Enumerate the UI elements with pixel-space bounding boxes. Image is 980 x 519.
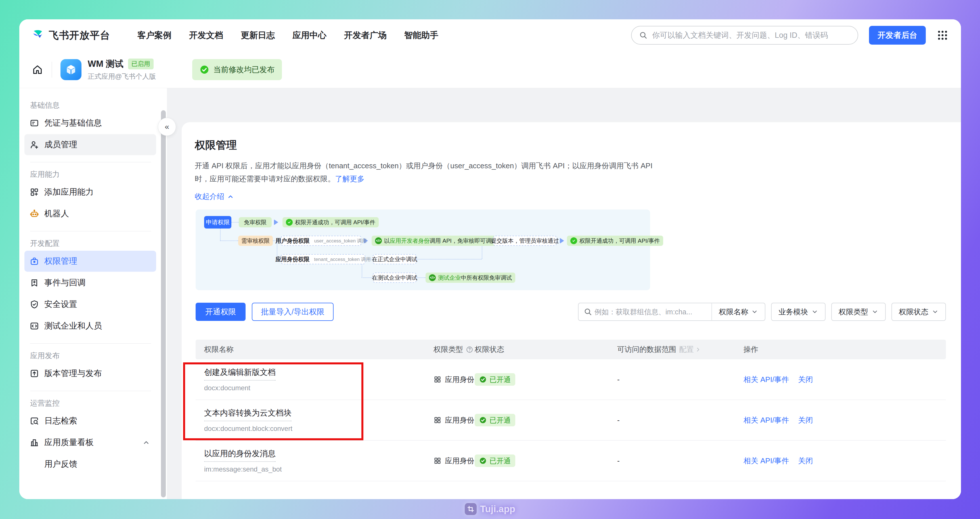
sidebar-item-test-enterprise[interactable]: 测试企业和人员 [24,316,156,337]
table-row: 以应用的身份发消息 im:message:send_as_bot 应用身份 [196,441,946,481]
sidebar-item-log-search[interactable]: 日志检索 [24,410,156,431]
module-filter-dropdown[interactable]: 业务模块 [771,303,826,321]
check-circle-icon [286,219,293,226]
description-text: 开通 API 权限后，应用才能以应用身份（tenant_access_token… [195,161,652,183]
connector [231,222,239,222]
help-circle-icon[interactable] [466,346,473,353]
permission-code: docx:document.block:convert [204,425,433,433]
dropdown-label: 权限状态 [899,307,928,317]
col-header-label: 权限类型 [433,345,463,355]
permission-name[interactable]: 以应用的身份发消息 [204,448,276,462]
col-header-actions: 操作 [743,345,946,355]
divider [30,391,151,391]
permission-flow-diagram: 申请权限 免审权限 权限开通成功，可调用 API/事件 需审核权限 用户身份权限… [196,209,650,290]
scope-config-link[interactable]: 配置 [679,345,701,355]
type-filter-dropdown[interactable]: 权限类型 [831,303,886,321]
related-api-link[interactable]: 相关 API/事件 [743,415,789,425]
permission-type-label: 应用身份 [445,456,474,466]
flow-node-dev-debug: </> 以应用开发者身份调用 API，免审核即可调试 [372,236,501,246]
sidebar-group-capabilities: 应用能力 [30,169,167,179]
divider [30,162,151,162]
flow-node-need-review: 需审核权限 [238,236,273,246]
flow-node-no-review: 免审权限 [239,217,272,227]
sidebar-item-members[interactable]: 成员管理 [24,134,156,155]
chevron-right-icon [695,347,701,353]
status-badge: 已开通 [475,373,515,386]
nav-item-docs[interactable]: 开发文档 [189,30,223,41]
nav-item-cases[interactable]: 客户案例 [137,30,172,41]
bar-chart-icon [30,438,39,447]
related-api-link[interactable]: 相关 API/事件 [743,375,789,385]
check-circle-icon [200,65,209,75]
brand[interactable]: 飞书开放平台 [32,29,110,42]
filter-field-select[interactable]: 权限名称 [712,307,765,317]
close-permission-link[interactable]: 关闭 [798,456,813,466]
sidebar-scrollbar[interactable] [161,110,166,497]
sidebar-item-version-release[interactable]: 版本管理与发布 [24,363,156,384]
chevron-up-icon[interactable] [142,439,151,446]
nav-item-assistant[interactable]: 智能助手 [404,30,438,41]
flow-node-test-free: </> 测试企业中所有权限免审调试 [426,273,515,283]
sidebar-item-security[interactable]: 安全设置 [24,294,156,315]
sidebar-item-quality-board[interactable]: 应用质量看板 [24,432,156,453]
id-card-icon [30,118,39,128]
permission-name[interactable]: 创建及编辑新版文档 [204,367,276,380]
crop-icon [465,503,477,515]
flow-node-label: 权限开通成功，可调用 API/事件 [579,237,660,245]
open-permission-button[interactable]: 开通权限 [196,303,245,321]
grid-add-icon [30,187,39,197]
status-badge: 已开通 [475,455,515,467]
permission-search-input[interactable] [592,308,711,316]
sidebar-item-credentials[interactable]: 凭证与基础信息 [24,113,156,134]
search-icon [639,31,648,40]
search-icon [584,308,592,316]
connector [417,259,482,260]
sidebar-item-user-feedback[interactable]: 用户反馈 [24,454,156,475]
permission-name[interactable]: 文本内容转换为云文档块 [204,407,291,421]
learn-more-link[interactable]: 了解更多 [335,174,364,183]
chevron-down-icon [932,308,939,315]
search-input[interactable] [652,31,850,40]
enabled-badge: 已启用 [128,59,154,69]
flow-node-label: 应用身份权限 [275,256,309,263]
chevron-up-icon [227,193,234,200]
user-add-icon [30,140,39,150]
divider [30,231,151,232]
sidebar-collapse-button[interactable]: « [158,118,176,136]
close-permission-link[interactable]: 关闭 [798,415,813,425]
sidebar-group-monitor: 运营监控 [30,398,167,408]
sidebar-item-label: 日志检索 [44,415,77,426]
sidebar-item-add-capability[interactable]: 添加应用能力 [24,182,156,203]
cube-icon [65,63,77,76]
developer-console-button[interactable]: 开发者后台 [869,26,926,45]
nav-item-changelog[interactable]: 更新日志 [241,30,275,41]
global-search[interactable] [631,26,858,45]
collapse-intro-link[interactable]: 收起介绍 [195,192,946,201]
flow-node-apply: 申请权限 [204,216,231,228]
flow-node-submit: 提交版本，管理员审核通过 [493,236,557,246]
apps-grid-icon[interactable] [937,29,948,41]
sidebar-item-permissions[interactable]: 权限管理 [24,251,156,272]
related-api-link[interactable]: 相关 API/事件 [743,456,789,466]
table-header-row: 权限名称 权限类型 权限状态 可访问的数据范围 [196,340,946,359]
nav-item-dev-plaza[interactable]: 开发者广场 [344,30,387,41]
status-filter-dropdown[interactable]: 权限状态 [891,303,946,321]
sidebar-item-label: 版本管理与发布 [44,368,102,379]
app-name: WM 测试 [88,58,124,70]
close-permission-link[interactable]: 关闭 [798,375,813,385]
nav-item-app-center[interactable]: 应用中心 [293,30,326,41]
home-icon[interactable] [32,64,43,75]
app-icon [60,59,81,80]
sidebar-item-bot[interactable]: 机器人 [24,203,156,224]
batch-import-export-button[interactable]: 批量导入/导出权限 [252,303,334,321]
arrow-icon [560,238,564,244]
dropdown-label: 权限类型 [838,307,868,317]
debug-icon: </> [375,237,382,244]
divider [52,62,52,78]
app-subtitle: 正式应用@飞书个人版 [88,72,156,81]
brand-name: 飞书开放平台 [49,29,110,42]
permission-search-combo: 权限名称 [578,303,765,321]
sidebar-item-label: 凭证与基础信息 [44,117,102,129]
col-header-status: 权限状态 [475,345,617,355]
sidebar-item-events[interactable]: 事件与回调 [24,272,156,293]
